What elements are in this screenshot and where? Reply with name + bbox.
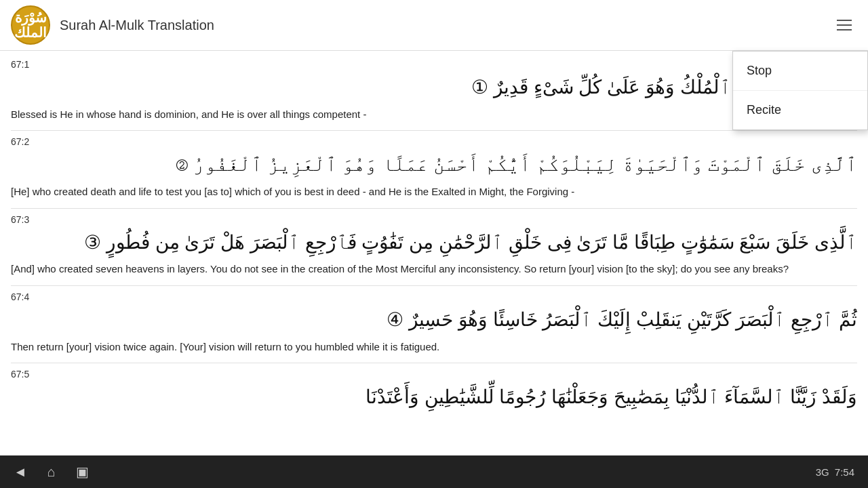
app-logo: سُوْرَة الملك bbox=[11, 5, 50, 45]
home-button[interactable]: ⌂ bbox=[47, 464, 56, 480]
page-title: Surah Al-Mulk Translation bbox=[60, 18, 214, 33]
network-indicator: 3G bbox=[816, 466, 829, 478]
divider-4 bbox=[11, 363, 857, 363]
bottom-navigation-bar: ◄ ⌂ ▣ 3G 7:54 bbox=[0, 455, 868, 488]
verse-ref-1: 67:1 bbox=[11, 59, 857, 70]
verse-block-3: 67:3 ٱلَّذِى خَلَقَ سَبْعَ سَمَٰوَٰتٍ طِ… bbox=[11, 214, 857, 277]
divider-2 bbox=[11, 208, 857, 209]
arabic-text-5: وَلَقَدْ زَيَّنَّا ٱلسَّمَآءَ ٱلدُّنْيَا… bbox=[11, 382, 857, 413]
arabic-text-3: ٱلَّذِى خَلَقَ سَبْعَ سَمَٰوَٰتٍ طِبَاقً… bbox=[11, 228, 857, 258]
menu-button[interactable] bbox=[831, 11, 857, 39]
verse-block-2: 67:2 ٱلَّذِى خَلَقَ ٱلْمَوْتَ وَٱلْحَيَو… bbox=[11, 136, 857, 199]
arabic-text-1: تَبَٰرَكَ ٱلَّذِى بِيَدِهِ ٱلْمُلْكُ وَه… bbox=[11, 73, 857, 103]
back-button[interactable]: ◄ bbox=[14, 464, 27, 480]
translation-text-1: Blessed is He in whose hand is dominion,… bbox=[11, 107, 857, 123]
verse-ref-5: 67:5 bbox=[11, 369, 857, 380]
recent-apps-button[interactable]: ▣ bbox=[76, 464, 89, 480]
arabic-text-2: ٱلَّذِى خَلَقَ ٱلْمَوْتَ وَٱلْحَيَوٰةَ ل… bbox=[11, 150, 857, 180]
clock: 7:54 bbox=[835, 466, 854, 478]
translation-text-2: [He] who created death and life to test … bbox=[11, 184, 857, 200]
verse-block-4: 67:4 ثُمَّ ٱرْجِعِ ٱلْبَصَرَ كَرَّتَيْنِ… bbox=[11, 291, 857, 354]
verse-ref-2: 67:2 bbox=[11, 136, 857, 147]
status-bar-right: 3G 7:54 bbox=[816, 466, 854, 478]
verse-block-1: 67:1 تَبَٰرَكَ ٱلَّذِى بِيَدِهِ ٱلْمُلْك… bbox=[11, 59, 857, 122]
divider-1 bbox=[11, 130, 857, 131]
verse-ref-4: 67:4 bbox=[11, 291, 857, 302]
divider-3 bbox=[11, 285, 857, 286]
translation-text-3: [And] who created seven heavens in layer… bbox=[11, 262, 857, 277]
dropdown-menu: Stop Recite bbox=[732, 51, 868, 130]
verse-ref-3: 67:3 bbox=[11, 214, 857, 225]
arabic-text-4: ثُمَّ ٱرْجِعِ ٱلْبَصَرَ كَرَّتَيْنِ يَنق… bbox=[11, 305, 857, 336]
verse-block-5: 67:5 وَلَقَدْ زَيَّنَّا ٱلسَّمَآءَ ٱلدُّ… bbox=[11, 369, 857, 413]
stop-menu-item[interactable]: Stop bbox=[733, 52, 867, 91]
logo-arabic-text: سُوْرَة الملك bbox=[14, 10, 47, 40]
app-header: سُوْرَة الملك Surah Al-Mulk Translation bbox=[0, 0, 868, 51]
recite-menu-item[interactable]: Recite bbox=[733, 91, 867, 129]
nav-icons-group: ◄ ⌂ ▣ bbox=[14, 464, 89, 480]
translation-text-4: Then return [your] vision twice again. [… bbox=[11, 340, 857, 355]
